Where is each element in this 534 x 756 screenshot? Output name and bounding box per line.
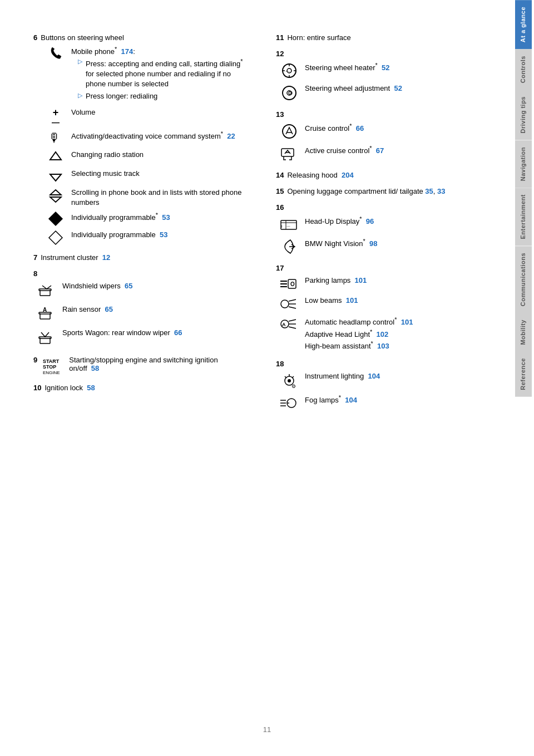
right-column: 11 Horn: entire surface 12 [265, 33, 491, 734]
music-icon [44, 169, 67, 184]
section-title-7: Instrument cluster 12 [41, 253, 110, 262]
svg-text:⋯: ⋯ [286, 224, 290, 228]
section-14: 14 Releasing hood 204 [276, 171, 491, 179]
item-prog-outline: Individually programmable 53 [44, 230, 248, 246]
item-steering-heater: ⋯ Steering wheel heater* 52 [278, 61, 491, 80]
item-rain-sensor: A Rain sensor 65 [36, 305, 248, 325]
section-number-12: 12 [276, 50, 284, 58]
sidebar-tab-at-a-glance[interactable]: At a glance [515, 0, 532, 49]
voice-icon: 🎙 [44, 130, 67, 146]
item-voice: 🎙 Activating/deactivating voice command … [44, 130, 248, 146]
section-17: 17 O Parking lamps [276, 264, 491, 352]
section-title-11: Horn: entire surface [287, 33, 350, 42]
steering-adjust-icon: ⚙ [278, 84, 300, 102]
svg-text:⋯: ⋯ [285, 69, 290, 74]
svg-line-55 [289, 327, 296, 328]
section-9: 9 START STOP ENGINE Starting/stopping en… [33, 356, 248, 376]
active-cruise-text: Active cruise control* 67 [305, 144, 384, 156]
wipers-icon [36, 281, 58, 301]
svg-line-49 [289, 300, 296, 301]
wipers-text: Windshield wipers 65 [62, 281, 132, 291]
low-beams-icon [278, 296, 300, 312]
prog-filled-icon [44, 211, 67, 227]
item-steering-adjust: ⚙ Steering wheel adjustment 52 [278, 84, 491, 102]
steering-heater-text: Steering wheel heater* 52 [305, 61, 389, 73]
svg-text:i: i [281, 224, 283, 228]
svg-marker-3 [50, 190, 61, 195]
section-number-18: 18 [276, 360, 284, 368]
section-13: 13 Cruise control* 66 [276, 110, 491, 163]
svg-line-51 [289, 307, 296, 308]
steering-adjust-text: Steering wheel adjustment 52 [305, 84, 402, 94]
item-cruise: Cruise control* 66 [278, 122, 491, 141]
svg-marker-6 [49, 231, 62, 244]
svg-line-60 [285, 376, 286, 378]
item-instrument-lighting: ⚙ Instrument lighting 104 [278, 371, 491, 390]
section-number-16: 16 [276, 203, 284, 212]
item-low-beams: Low beams 101 [278, 296, 491, 312]
svg-point-61 [288, 379, 291, 382]
section-title-15: Opening luggage compartment lid/ tailgat… [287, 187, 445, 195]
cruise-icon [278, 122, 300, 141]
section-8: 8 Winds [33, 269, 248, 348]
section-title-14: Releasing hood 204 [287, 171, 353, 179]
section-number-6: 6 [33, 33, 37, 42]
phone-text: Mobile phone* 174: ▷ Press: accepting an… [71, 45, 248, 104]
item-active-cruise: Active cruise control* 67 [278, 144, 491, 163]
auto-headlamp-icon: A [278, 316, 300, 332]
sidebar-tab-reference[interactable]: Reference [515, 351, 532, 397]
svg-text:⚙: ⚙ [288, 90, 293, 96]
item-parking-lamps: O Parking lamps 101 [278, 276, 491, 292]
volume-icon: + — [44, 107, 67, 126]
section-number-9: 9 [33, 356, 37, 364]
night-vision-text: BMW Night Vision* 98 [305, 237, 378, 249]
sidebar-tab-driving-tips[interactable]: Driving tips [515, 90, 532, 140]
sidebar-tab-communications[interactable]: Communications [515, 246, 532, 313]
svg-text:A: A [282, 322, 286, 327]
svg-text:🎙: 🎙 [48, 131, 61, 145]
section-number-14: 14 [276, 171, 284, 179]
section-number-7: 7 [33, 253, 37, 262]
fog-lamps-icon [278, 394, 300, 413]
sidebar-tab-mobility[interactable]: Mobility [515, 313, 532, 352]
section-number-10: 10 [33, 384, 41, 392]
phone-icon [44, 45, 67, 61]
section-16: 16 i ⋯ Head-Up Displ [276, 203, 491, 256]
parking-lamps-text: Parking lamps 101 [305, 276, 367, 286]
rain-sensor-text: Rain sensor 65 [62, 305, 113, 315]
page-number: 11 [263, 725, 271, 734]
svg-line-53 [289, 320, 296, 321]
steering-heater-icon: ⋯ [278, 61, 300, 80]
item-music: Selecting music track [44, 169, 248, 184]
section-15: 15 Opening luggage compartment lid/ tail… [276, 187, 491, 195]
instrument-lighting-text: Instrument lighting 104 [305, 371, 380, 381]
sidebar-tab-navigation[interactable]: Navigation [515, 140, 532, 188]
section-number-8: 8 [33, 269, 37, 278]
start-stop-icon: START STOP ENGINE [41, 356, 66, 376]
sidebar-tab-controls[interactable]: Controls [515, 49, 532, 90]
prog-outline-icon [44, 230, 67, 246]
item-wipers: Windshield wipers 65 [36, 281, 248, 301]
sidebar-tab-entertainment[interactable]: Entertainment [515, 188, 532, 246]
rear-wiper-icon [36, 328, 58, 348]
left-column: 6 Buttons on steering wheel Mobile phone… [33, 33, 248, 734]
item-phonebook: Scrolling in phone book and in lists wit… [44, 188, 248, 208]
item-night-vision: BMW Night Vision* 98 [278, 237, 491, 256]
svg-marker-1 [50, 152, 61, 160]
section-7: 7 Instrument cluster 12 [33, 253, 248, 262]
section-title-6: Buttons on steering wheel [41, 33, 124, 42]
low-beams-text: Low beams 101 [305, 296, 358, 306]
section-12: 12 ⋯ [276, 50, 491, 102]
rain-sensor-icon: A [36, 305, 58, 325]
section-11: 11 Horn: entire surface [276, 33, 491, 42]
rear-wiper-text: Sports Wagon: rear window wiper 66 [62, 328, 182, 338]
svg-text:START: START [43, 359, 60, 364]
auto-headlamp-text: Automatic headlamp control* 101 Adaptive… [305, 316, 413, 352]
section-6: 6 Buttons on steering wheel Mobile phone… [33, 33, 248, 246]
phonebook-text: Scrolling in phone book and in lists wit… [71, 188, 248, 208]
svg-rect-7 [39, 289, 51, 291]
svg-text:⚙: ⚙ [291, 384, 296, 389]
item-radio-up: Changing radio station [44, 150, 248, 165]
svg-text:ENGINE: ENGINE [43, 370, 60, 375]
section-title-10: Ignition lock 58 [44, 384, 95, 392]
